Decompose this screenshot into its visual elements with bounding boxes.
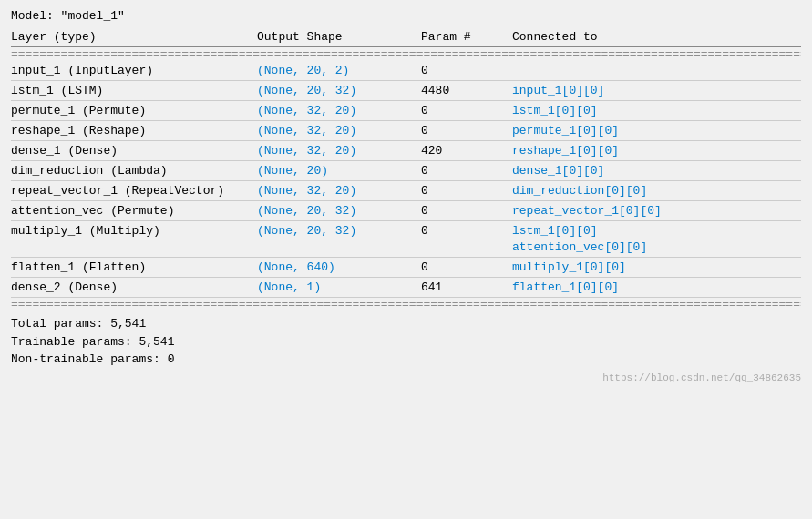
cell-layer: flatten_1 (Flatten) xyxy=(11,260,257,274)
table-row: flatten_1 (Flatten) (None, 640) 0 multip… xyxy=(11,258,801,278)
table-row: dim_reduction (Lambda) (None, 20) 0 dens… xyxy=(11,161,801,181)
model-title: Model: "model_1" xyxy=(11,9,801,23)
table-row: dense_1 (Dense) (None, 32, 20) 420 resha… xyxy=(11,141,801,161)
cell-layer: attention_vec (Permute) xyxy=(11,204,257,218)
cell-layer: reshape_1 (Reshape) xyxy=(11,124,257,137)
cell-param: 0 xyxy=(421,224,512,238)
col-header-output: Output Shape xyxy=(257,30,421,44)
cell-layer: lstm_1 (LSTM) xyxy=(11,84,257,97)
trainable-params: Trainable params: 5,541 xyxy=(11,333,801,351)
cell-connected: lstm_1[0][0] xyxy=(512,224,801,238)
table-row: lstm_1 (LSTM) (None, 20, 32) 4480 input_… xyxy=(11,81,801,101)
cell-layer: dim_reduction (Lambda) xyxy=(11,164,257,178)
separator-bottom: ========================================… xyxy=(11,298,801,311)
cell-param: 0 xyxy=(421,184,512,198)
cell-connected: flatten_1[0][0] xyxy=(512,280,801,294)
table-row: permute_1 (Permute) (None, 32, 20) 0 lst… xyxy=(11,101,801,121)
cell-param: 0 xyxy=(421,124,512,137)
table-row: multiply_1 (Multiply) (None, 20, 32) 0 l… xyxy=(11,221,801,258)
table-body: input_1 (InputLayer) (None, 20, 2) 0 lst… xyxy=(11,61,801,298)
cell-output: (None, 1) xyxy=(257,280,421,294)
cell-output: (None, 20, 32) xyxy=(257,84,421,97)
cell-param: 4480 xyxy=(421,84,512,97)
cell-param: 420 xyxy=(421,144,512,158)
cell-layer: permute_1 (Permute) xyxy=(11,104,257,117)
cell-connected: reshape_1[0][0] xyxy=(512,144,801,158)
col-header-connected: Connected to xyxy=(512,30,801,44)
cell-connected: permute_1[0][0] xyxy=(512,124,801,137)
cell-output: (None, 20, 2) xyxy=(257,64,421,77)
cell-output: (None, 20, 32) xyxy=(257,224,421,238)
cell-param: 0 xyxy=(421,104,512,117)
cell-connected: lstm_1[0][0] xyxy=(512,104,801,117)
non-trainable-params: Non-trainable params: 0 xyxy=(11,351,801,369)
col-header-param: Param # xyxy=(421,30,512,44)
table-row: repeat_vector_1 (RepeatVector) (None, 32… xyxy=(11,181,801,201)
table-row: dense_2 (Dense) (None, 1) 641 flatten_1[… xyxy=(11,278,801,298)
cell-param: 641 xyxy=(421,280,512,294)
table-row: attention_vec (Permute) (None, 20, 32) 0… xyxy=(11,201,801,221)
cell-layer: multiply_1 (Multiply) xyxy=(11,224,257,238)
cell-connected: dim_reduction[0][0] xyxy=(512,184,801,198)
cell-layer: input_1 (InputLayer) xyxy=(11,64,257,77)
model-table: Layer (type) Output Shape Param # Connec… xyxy=(11,28,801,311)
cell-layer: dense_2 (Dense) xyxy=(11,280,257,294)
cell-layer: repeat_vector_1 (RepeatVector) xyxy=(11,184,257,198)
cell-param: 0 xyxy=(421,260,512,274)
cell-connected: input_1[0][0] xyxy=(512,84,801,97)
summary-section: Total params: 5,541 Trainable params: 5,… xyxy=(11,315,801,369)
cell-param: 0 xyxy=(421,164,512,178)
cell-connected-extra: attention_vec[0][0] xyxy=(512,240,801,254)
cell-output: (None, 20, 32) xyxy=(257,204,421,218)
cell-connected: repeat_vector_1[0][0] xyxy=(512,204,801,218)
cell-param: 0 xyxy=(421,64,512,77)
cell-output: (None, 32, 20) xyxy=(257,184,421,198)
table-header: Layer (type) Output Shape Param # Connec… xyxy=(11,28,801,47)
cell-output: (None, 32, 20) xyxy=(257,144,421,158)
separator-top: ========================================… xyxy=(11,47,801,61)
table-row: reshape_1 (Reshape) (None, 32, 20) 0 per… xyxy=(11,121,801,141)
cell-output: (None, 20) xyxy=(257,164,421,178)
cell-connected: dense_1[0][0] xyxy=(512,164,801,178)
total-params: Total params: 5,541 xyxy=(11,315,801,333)
watermark: https://blog.csdn.net/qq_34862635 xyxy=(11,372,801,383)
cell-output: (None, 32, 20) xyxy=(257,104,421,117)
cell-param: 0 xyxy=(421,204,512,218)
cell-connected: multiply_1[0][0] xyxy=(512,260,801,274)
col-header-layer: Layer (type) xyxy=(11,30,257,44)
table-row: input_1 (InputLayer) (None, 20, 2) 0 xyxy=(11,61,801,81)
cell-output: (None, 32, 20) xyxy=(257,124,421,137)
cell-output: (None, 640) xyxy=(257,260,421,274)
cell-connected xyxy=(512,64,801,77)
cell-layer: dense_1 (Dense) xyxy=(11,144,257,158)
